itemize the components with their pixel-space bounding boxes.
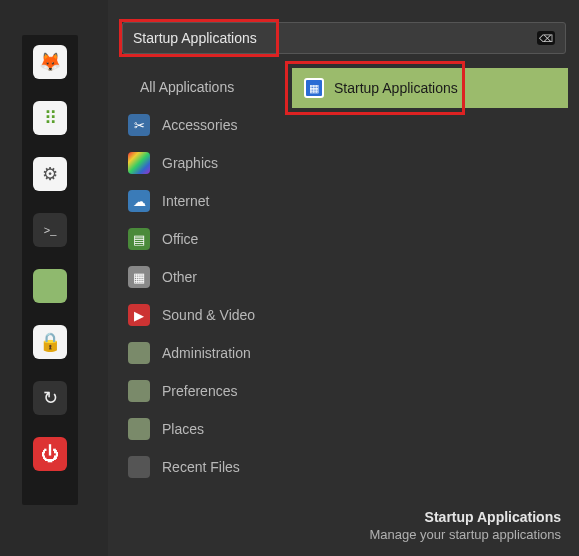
- description-title: Startup Applications: [261, 509, 561, 525]
- category-label: Internet: [162, 193, 209, 209]
- category-office[interactable]: ▤Office: [122, 220, 292, 258]
- category-icon: ✂: [128, 114, 150, 136]
- category-accessories[interactable]: ✂Accessories: [122, 106, 292, 144]
- firefox-icon[interactable]: 🦊: [33, 45, 67, 79]
- category-other[interactable]: ▦Other: [122, 258, 292, 296]
- apps-icon[interactable]: ⠿: [33, 101, 67, 135]
- launcher-bar: 🦊⠿⚙>_🔒↻⏻: [22, 35, 78, 505]
- clear-icon[interactable]: ⌫: [537, 31, 555, 45]
- category-icon: [128, 456, 150, 478]
- results-area: ▦ Startup Applications: [292, 60, 568, 108]
- search-value: Startup Applications: [133, 30, 257, 46]
- window-icon: ▦: [304, 78, 324, 98]
- category-label: Office: [162, 231, 198, 247]
- settings-icon[interactable]: ⚙: [33, 157, 67, 191]
- terminal-icon[interactable]: >_: [33, 213, 67, 247]
- category-label: Sound & Video: [162, 307, 255, 323]
- category-icon: [128, 152, 150, 174]
- category-icon: ▦: [128, 266, 150, 288]
- category-graphics[interactable]: Graphics: [122, 144, 292, 182]
- menu-panel: Startup Applications ⌫ All Applications✂…: [108, 0, 579, 556]
- files-icon[interactable]: [33, 269, 67, 303]
- description-subtitle: Manage your startup applications: [261, 527, 561, 542]
- category-administration[interactable]: Administration: [122, 334, 292, 372]
- categories-list: All Applications✂AccessoriesGraphics☁Int…: [122, 68, 292, 486]
- category-icon: ▤: [128, 228, 150, 250]
- category-label: Recent Files: [162, 459, 240, 475]
- result-label: Startup Applications: [334, 80, 458, 96]
- category-all-applications[interactable]: All Applications: [122, 68, 292, 106]
- category-label: Preferences: [162, 383, 237, 399]
- category-icon: [128, 380, 150, 402]
- category-sound-video[interactable]: ▶Sound & Video: [122, 296, 292, 334]
- result-startup-applications[interactable]: ▦ Startup Applications: [292, 68, 568, 108]
- category-preferences[interactable]: Preferences: [122, 372, 292, 410]
- power-icon[interactable]: ⏻: [33, 437, 67, 471]
- category-icon: [128, 418, 150, 440]
- refresh-icon[interactable]: ↻: [33, 381, 67, 415]
- category-places[interactable]: Places: [122, 410, 292, 448]
- category-label: All Applications: [140, 79, 234, 95]
- description-panel: Startup Applications Manage your startup…: [261, 509, 561, 542]
- lock-icon[interactable]: 🔒: [33, 325, 67, 359]
- category-label: Graphics: [162, 155, 218, 171]
- category-label: Other: [162, 269, 197, 285]
- category-label: Accessories: [162, 117, 237, 133]
- category-recent-files[interactable]: Recent Files: [122, 448, 292, 486]
- category-label: Administration: [162, 345, 251, 361]
- search-input[interactable]: Startup Applications ⌫: [122, 22, 566, 54]
- category-icon: ▶: [128, 304, 150, 326]
- category-icon: [128, 342, 150, 364]
- category-icon: ☁: [128, 190, 150, 212]
- category-label: Places: [162, 421, 204, 437]
- category-internet[interactable]: ☁Internet: [122, 182, 292, 220]
